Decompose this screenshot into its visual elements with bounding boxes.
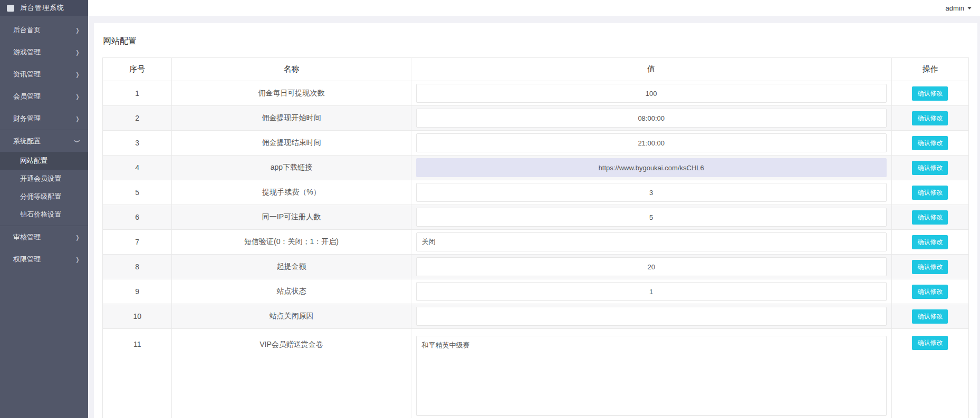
chevron-down-icon: ❯ xyxy=(74,139,81,143)
sidebar-item-label: 系统配置 xyxy=(13,137,41,146)
confirm-modify-button[interactable]: 确认修改 xyxy=(912,336,948,350)
row-operation-cell: 确认修改 xyxy=(891,255,968,279)
value-input[interactable] xyxy=(416,257,887,276)
sidebar-item-finance[interactable]: 财务管理❯ xyxy=(0,108,88,130)
value-input[interactable] xyxy=(416,84,887,103)
sidebar-item-system[interactable]: 系统配置❯ xyxy=(0,130,88,152)
sidebar-item-member-open[interactable]: 开通会员设置 xyxy=(0,170,88,188)
sidebar-item-home[interactable]: 后台首页❯ xyxy=(0,19,88,41)
sidebar-item-audit[interactable]: 审核管理❯ xyxy=(0,226,88,248)
row-name-cell: app下载链接 xyxy=(172,155,411,180)
row-name-cell: 同一IP可注册人数 xyxy=(172,205,411,230)
row-operation-cell: 确认修改 xyxy=(891,81,968,106)
sidebar-item-commission-level[interactable]: 分佣等级配置 xyxy=(0,188,88,206)
row-index-cell: 6 xyxy=(103,205,172,230)
sidebar-item-site-config[interactable]: 网站配置 xyxy=(0,152,88,170)
row-name-cell: 佣金每日可提现次数 xyxy=(172,81,411,106)
row-name-cell: 提现手续费（%） xyxy=(172,180,411,205)
sidebar-item-label: 审核管理 xyxy=(13,232,41,242)
value-input[interactable] xyxy=(416,109,887,128)
confirm-modify-button[interactable]: 确认修改 xyxy=(912,86,948,101)
row-operation-cell: 确认修改 xyxy=(891,205,968,230)
chevron-right-icon: ❯ xyxy=(76,93,80,100)
row-value-cell xyxy=(411,304,891,329)
row-value-cell xyxy=(411,106,891,131)
value-input[interactable] xyxy=(416,158,887,177)
row-value-cell xyxy=(411,180,891,205)
confirm-modify-button[interactable]: 确认修改 xyxy=(912,161,948,175)
confirm-modify-button[interactable]: 确认修改 xyxy=(912,309,948,324)
row-value-cell xyxy=(411,255,891,279)
sidebar-item-member[interactable]: 会员管理❯ xyxy=(0,85,88,108)
sidebar-menu: 后台首页❯游戏管理❯资讯管理❯会员管理❯财务管理❯系统配置❯网站配置开通会员设置… xyxy=(0,16,88,270)
chevron-right-icon: ❯ xyxy=(76,27,80,33)
config-card: 网站配置 序号 名称 值 操作 1佣金每日可提现次数确认修改2佣金提现开始时间确… xyxy=(94,23,977,418)
row-value-cell xyxy=(411,230,891,255)
confirm-modify-button[interactable]: 确认修改 xyxy=(912,285,948,299)
chevron-down-icon xyxy=(967,7,972,9)
row-index-cell: 4 xyxy=(103,155,172,180)
content-area: 网站配置 序号 名称 值 操作 1佣金每日可提现次数确认修改2佣金提现开始时间确… xyxy=(88,16,980,418)
confirm-modify-button[interactable]: 确认修改 xyxy=(912,111,948,125)
row-operation-cell: 确认修改 xyxy=(891,329,968,418)
sidebar-item-label: 权限管理 xyxy=(13,255,41,264)
value-input[interactable] xyxy=(416,133,887,152)
table-header-row: 序号 名称 值 操作 xyxy=(103,58,969,81)
top-header: admin xyxy=(88,0,980,16)
value-input[interactable] xyxy=(416,232,887,251)
page-title: 网站配置 xyxy=(94,23,977,57)
table-row: 8起提金额确认修改 xyxy=(103,255,969,279)
app-logo-icon xyxy=(7,5,14,12)
row-index-cell: 3 xyxy=(103,131,172,155)
row-name-cell: 起提金额 xyxy=(172,255,411,279)
header-value: 值 xyxy=(411,58,891,81)
row-name-cell: 站点关闭原因 xyxy=(172,304,411,329)
chevron-right-icon: ❯ xyxy=(76,115,80,122)
confirm-modify-button[interactable]: 确认修改 xyxy=(912,210,948,225)
row-index-cell: 10 xyxy=(103,304,172,329)
row-operation-cell: 确认修改 xyxy=(891,230,968,255)
row-name-cell: 佣金提现结束时间 xyxy=(172,131,411,155)
sidebar-item-permission[interactable]: 权限管理❯ xyxy=(0,248,88,270)
confirm-modify-button[interactable]: 确认修改 xyxy=(912,260,948,274)
confirm-modify-button[interactable]: 确认修改 xyxy=(912,235,948,249)
table-row: 11VIP会员赠送赏金卷确认修改 xyxy=(103,329,969,418)
row-operation-cell: 确认修改 xyxy=(891,131,968,155)
app-title: 后台管理系统 xyxy=(20,3,64,13)
row-name-cell: VIP会员赠送赏金卷 xyxy=(172,329,411,418)
sidebar-item-game[interactable]: 游戏管理❯ xyxy=(0,41,88,63)
chevron-right-icon: ❯ xyxy=(76,71,80,77)
value-input[interactable] xyxy=(416,282,887,301)
value-input[interactable] xyxy=(416,307,887,326)
sidebar-item-diamond-price[interactable]: 钻石价格设置 xyxy=(0,206,88,223)
sidebar-item-news[interactable]: 资讯管理❯ xyxy=(0,63,88,85)
row-index-cell: 7 xyxy=(103,230,172,255)
row-operation-cell: 确认修改 xyxy=(891,155,968,180)
row-index-cell: 9 xyxy=(103,279,172,304)
table-row: 10站点关闭原因确认修改 xyxy=(103,304,969,329)
user-menu[interactable]: admin xyxy=(946,4,972,12)
app-logo-bar: 后台管理系统 xyxy=(0,0,88,16)
submenu-system: 网站配置开通会员设置分佣等级配置钻石价格设置 xyxy=(0,152,88,226)
confirm-modify-button[interactable]: 确认修改 xyxy=(912,186,948,200)
table-row: 6同一IP可注册人数确认修改 xyxy=(103,205,969,230)
confirm-modify-button[interactable]: 确认修改 xyxy=(912,136,948,150)
row-operation-cell: 确认修改 xyxy=(891,180,968,205)
row-operation-cell: 确认修改 xyxy=(891,304,968,329)
value-input[interactable] xyxy=(416,183,887,202)
header-operation: 操作 xyxy=(891,58,968,81)
chevron-right-icon: ❯ xyxy=(76,49,80,55)
sidebar-item-label: 后台首页 xyxy=(13,25,41,35)
row-name-cell: 佣金提现开始时间 xyxy=(172,106,411,131)
row-operation-cell: 确认修改 xyxy=(891,106,968,131)
row-index-cell: 1 xyxy=(103,81,172,106)
row-value-cell xyxy=(411,81,891,106)
header-name: 名称 xyxy=(172,58,411,81)
sidebar-item-label: 游戏管理 xyxy=(13,47,41,57)
value-input[interactable] xyxy=(416,336,887,416)
table-row: 1佣金每日可提现次数确认修改 xyxy=(103,81,969,106)
row-index-cell: 8 xyxy=(103,255,172,279)
row-name-cell: 短信验证(0：关闭；1：开启) xyxy=(172,230,411,255)
value-input[interactable] xyxy=(416,208,887,227)
table-row: 9站点状态确认修改 xyxy=(103,279,969,304)
